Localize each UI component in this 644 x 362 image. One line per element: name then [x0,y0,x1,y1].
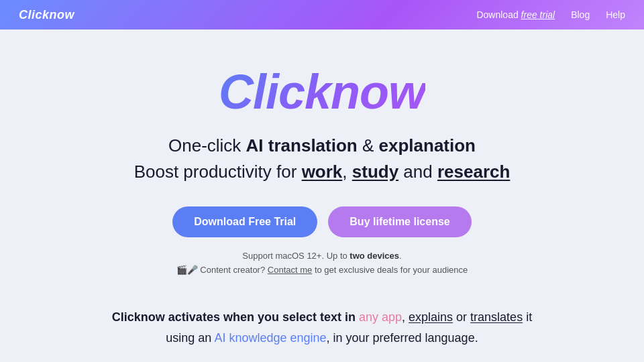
nav-download-text: Download [476,9,521,20]
desc-translates: translates [470,310,523,324]
desc-or: or [453,310,470,324]
support-bold: two devices [350,251,399,261]
navbar: Clicknow Download free trial Blog Help [0,0,644,29]
button-row: Download Free Trial Buy lifetime license [172,206,471,237]
tagline-line1: One-click AI translation & explanation [168,135,476,156]
nav-help-link[interactable]: Help [606,9,625,20]
creator-plain: Content creator? [198,265,268,275]
desc-line2-after: , in your preferred language. [327,331,478,345]
desc-it: it [523,310,532,324]
tagline1-mid: & [358,135,379,156]
tagline2-plain: Boost productivity for [134,162,302,182]
download-trial-button[interactable]: Download Free Trial [172,206,317,237]
hero-logo: Clicknow [219,64,425,119]
tagline1-plain: One-click [168,135,246,156]
nav-links: Download free trial Blog Help [476,9,625,20]
desc-ai-engine: AI knowledge engine [214,331,326,345]
tagline2-study: study [352,162,398,182]
tagline1-bold1: AI translation [246,135,358,156]
desc-any-app: any app [359,310,402,324]
tagline2-mid: and [398,162,437,182]
desc-before: Clicknow activates when you select text … [112,310,359,324]
contact-me-link[interactable]: Contact me [268,265,312,275]
tagline-line2: Boost productivity for work, study and r… [134,162,511,182]
desc-comma: , [402,310,409,324]
tagline1-bold2: explanation [379,135,476,156]
tagline2-research: research [437,162,510,182]
main-content: Clicknow One-click AI translation & expl… [0,29,644,348]
creator-end: to get exclusive deals for your audience [312,265,468,275]
nav-logo: Clicknow [19,8,74,22]
creator-line: 🎬🎤 Content creator? Contact me to get ex… [176,265,468,275]
tagline2-comma1: , [342,162,352,182]
support-end: . [399,251,402,261]
desc-line2-before: using an [166,331,214,345]
nav-download-italic: free trial [521,9,555,20]
nav-download-link[interactable]: Download free trial [476,9,555,20]
tagline2-work: work [302,162,343,182]
buy-lifetime-button[interactable]: Buy lifetime license [328,206,471,237]
support-line1: Support macOS 12+. Up to two devices. [242,251,401,261]
desc-explains: explains [409,310,453,324]
nav-blog-link[interactable]: Blog [571,9,590,20]
description-text: Clicknow activates when you select text … [112,307,532,348]
creator-emoji: 🎬🎤 [176,265,198,275]
support-plain: Support macOS 12+. Up to [242,251,350,261]
